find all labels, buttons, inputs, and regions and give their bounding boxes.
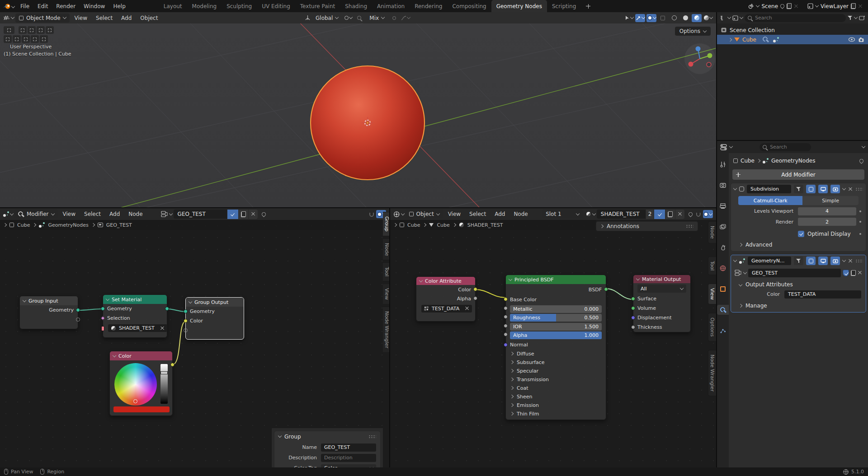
collapse-icon[interactable] bbox=[733, 187, 737, 190]
collapse-icon[interactable] bbox=[636, 276, 640, 280]
outliner-row-cube[interactable]: Cube bbox=[717, 35, 868, 44]
tab-tool[interactable]: Tool bbox=[383, 262, 389, 281]
render-levels-slider[interactable]: 2 bbox=[798, 218, 856, 226]
tab-animation[interactable]: Animation bbox=[372, 0, 410, 12]
material-slot-selector[interactable]: Slot 1 bbox=[542, 210, 583, 219]
outliner-search[interactable] bbox=[745, 14, 846, 22]
add-modifier-button[interactable]: Add Modifier bbox=[732, 169, 864, 180]
tab-group[interactable]: Group bbox=[383, 212, 389, 236]
shader-menu-select[interactable]: Select bbox=[466, 210, 490, 219]
output-color-attribute-field[interactable]: TEST_DATA bbox=[784, 290, 861, 299]
breadcrumb-object[interactable]: Cube bbox=[741, 158, 755, 164]
network-icon[interactable] bbox=[843, 469, 849, 475]
snap-toggle[interactable] bbox=[354, 14, 364, 22]
properties-search-input[interactable] bbox=[770, 143, 808, 151]
section-coat[interactable]: Coat bbox=[506, 384, 606, 392]
color-swatch[interactable] bbox=[113, 406, 170, 412]
displacement-input-socket[interactable] bbox=[631, 316, 635, 320]
tab-tool[interactable]: Tool bbox=[708, 257, 716, 275]
node-color-attribute[interactable]: Color Attribute Color Alpha TEST_DATA bbox=[416, 276, 476, 322]
panel-toggle-icon[interactable] bbox=[393, 223, 397, 227]
value-slider[interactable] bbox=[160, 364, 168, 404]
tab-node-wrangler[interactable]: Node Wrangler bbox=[708, 350, 716, 396]
manage-section[interactable]: Manage bbox=[745, 303, 767, 309]
expand-icon[interactable] bbox=[739, 303, 742, 307]
ior-slider[interactable]: IOR1.500 bbox=[510, 323, 602, 331]
close-icon[interactable] bbox=[858, 4, 863, 9]
section-subsurface[interactable]: Subsurface bbox=[506, 358, 606, 367]
tab-scene[interactable] bbox=[717, 243, 729, 252]
bsdf-output-socket[interactable] bbox=[604, 287, 608, 291]
tab-uv-editing[interactable]: UV Editing bbox=[257, 0, 295, 12]
outliner-display-icon[interactable] bbox=[720, 15, 726, 21]
menu-window[interactable]: Window bbox=[80, 1, 109, 11]
tab-sculpting[interactable]: Sculpting bbox=[222, 0, 257, 12]
geometry-input-socket[interactable] bbox=[184, 309, 188, 313]
expand-icon[interactable] bbox=[739, 243, 742, 247]
add-workspace-button[interactable] bbox=[581, 0, 595, 12]
users-count-button[interactable]: 2 bbox=[646, 210, 654, 219]
overlays-toggle[interactable] bbox=[703, 210, 713, 218]
color-output-socket[interactable] bbox=[170, 363, 175, 367]
optimal-display-checkbox[interactable] bbox=[798, 231, 804, 237]
tab-texture-paint[interactable]: Texture Paint bbox=[295, 0, 340, 12]
viewport-menu-add[interactable]: Add bbox=[118, 14, 135, 23]
keyframe-dot-icon[interactable] bbox=[859, 221, 861, 223]
menu-file[interactable]: File bbox=[16, 1, 33, 11]
collapse-icon[interactable] bbox=[419, 278, 423, 282]
tab-shading[interactable]: Shading bbox=[340, 0, 372, 12]
edit-mode-display-button[interactable] bbox=[794, 185, 803, 193]
alpha-slider[interactable]: Alpha1.000 bbox=[510, 331, 602, 339]
shader-menu-add[interactable]: Add bbox=[491, 210, 509, 219]
material-field[interactable]: SHADER_TEST bbox=[108, 324, 167, 332]
node-group-output[interactable]: Group Output Geometry Color bbox=[185, 297, 244, 340]
outliner-search-input[interactable] bbox=[755, 14, 843, 22]
tab-node[interactable]: Node bbox=[383, 238, 389, 261]
shading-material-preview[interactable] bbox=[692, 14, 702, 22]
roughness-input-socket[interactable] bbox=[504, 315, 508, 319]
geo-menu-view[interactable]: View bbox=[59, 210, 79, 219]
collapse-icon[interactable] bbox=[733, 258, 737, 262]
duplicate-button[interactable] bbox=[239, 210, 248, 219]
geometry-node-editor[interactable]: Modifier View Select Add Node GEO_TEST C… bbox=[0, 208, 389, 467]
outliner-row-scene-collection[interactable]: Scene Collection bbox=[717, 25, 868, 35]
viewport-menu-view[interactable]: View bbox=[71, 14, 91, 23]
keyframe-dot-icon[interactable] bbox=[859, 210, 861, 212]
extras-menu-icon[interactable] bbox=[842, 258, 846, 262]
tool-opt-2[interactable] bbox=[13, 35, 21, 43]
remove-modifier-icon[interactable] bbox=[848, 187, 853, 191]
render-display-button[interactable] bbox=[830, 257, 840, 265]
geo-menu-select[interactable]: Select bbox=[80, 210, 104, 219]
geometry-nodes-icon[interactable] bbox=[773, 37, 779, 42]
material-input-socket[interactable] bbox=[101, 326, 104, 331]
active-tool-icon[interactable] bbox=[4, 26, 14, 34]
clear-icon[interactable] bbox=[465, 306, 469, 311]
node-group-field[interactable]: GEO_TEST bbox=[748, 269, 841, 277]
new-view-layer-icon[interactable] bbox=[851, 3, 856, 9]
snap-with-selector[interactable]: Mix bbox=[366, 14, 388, 23]
tab-object[interactable] bbox=[717, 284, 729, 294]
tab-layout[interactable]: Layout bbox=[159, 0, 187, 12]
duplicate-icon[interactable] bbox=[851, 270, 856, 276]
geometry-input-socket[interactable] bbox=[101, 307, 105, 311]
blender-logo-icon[interactable] bbox=[3, 3, 11, 9]
node-material-output[interactable]: Material Output All Surface Volume Displ… bbox=[633, 275, 691, 332]
eye-icon[interactable] bbox=[848, 37, 855, 42]
show-in-edit-mode-button[interactable] bbox=[806, 257, 816, 265]
geometry-output-socket[interactable] bbox=[165, 307, 169, 311]
section-transmission[interactable]: Transmission bbox=[506, 375, 606, 384]
modifier-name-field[interactable]: GeometryN... bbox=[748, 257, 791, 265]
realtime-display-button[interactable] bbox=[818, 257, 828, 265]
shading-rendered[interactable] bbox=[703, 14, 713, 22]
mode-selector[interactable]: Object Mode bbox=[15, 14, 70, 23]
collapse-icon[interactable] bbox=[23, 298, 26, 302]
scene-selector[interactable]: Scene bbox=[745, 2, 801, 10]
shader-type-selector[interactable]: Object bbox=[406, 210, 443, 219]
editor-type-icon[interactable] bbox=[393, 211, 400, 218]
viewport-canvas[interactable] bbox=[0, 23, 716, 207]
tool-mode-extend[interactable] bbox=[28, 26, 36, 34]
tab-view-layer[interactable] bbox=[717, 222, 729, 232]
annotations-panel[interactable]: Annotations bbox=[596, 221, 698, 231]
menu-help[interactable]: Help bbox=[109, 1, 129, 11]
remove-modifier-icon[interactable] bbox=[848, 259, 853, 263]
